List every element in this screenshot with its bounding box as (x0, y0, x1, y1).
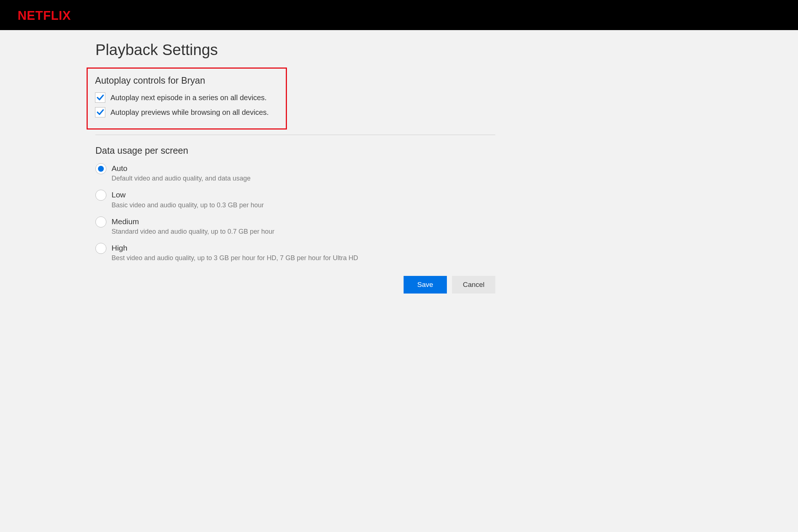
checkbox-label: Autoplay next episode in a series on all… (110, 94, 267, 102)
radio-text: Low Basic video and audio quality, up to… (112, 190, 264, 209)
checkbox-previews[interactable] (95, 107, 105, 117)
radio-description: Best video and audio quality, up to 3 GB… (112, 254, 358, 262)
radio-high[interactable] (95, 243, 106, 254)
section-divider (95, 135, 495, 135)
checkbox-next-episode[interactable] (95, 92, 105, 103)
data-usage-option-medium: Medium Standard video and audio quality,… (95, 216, 495, 236)
data-usage-option-low: Low Basic video and audio quality, up to… (95, 190, 495, 209)
autoplay-option-next-episode: Autoplay next episode in a series on all… (95, 92, 278, 103)
radio-low[interactable] (95, 190, 106, 201)
radio-description: Default video and audio quality, and dat… (112, 175, 251, 182)
radio-medium[interactable] (95, 216, 106, 227)
content-area: Playback Settings Autoplay controls for … (95, 30, 495, 294)
radio-text: Auto Default video and audio quality, an… (112, 163, 251, 182)
autoplay-option-previews: Autoplay previews while browsing on all … (95, 107, 278, 117)
cancel-button[interactable]: Cancel (452, 276, 495, 294)
radio-label: Low (112, 190, 264, 200)
autoplay-highlight-box: Autoplay controls for Bryan Autoplay nex… (87, 68, 287, 130)
save-button[interactable]: Save (404, 276, 447, 294)
radio-text: High Best video and audio quality, up to… (112, 243, 358, 262)
check-icon (96, 94, 104, 102)
radio-label: Medium (112, 216, 274, 226)
radio-description: Basic video and audio quality, up to 0.3… (112, 201, 264, 209)
autoplay-heading: Autoplay controls for Bryan (95, 75, 278, 86)
radio-text: Medium Standard video and audio quality,… (112, 216, 274, 236)
button-row: Save Cancel (95, 276, 495, 294)
data-usage-option-high: High Best video and audio quality, up to… (95, 243, 495, 262)
radio-auto[interactable] (95, 163, 106, 174)
header-bar: NETFLIX (0, 0, 798, 30)
data-usage-heading: Data usage per screen (95, 145, 495, 156)
page-title: Playback Settings (95, 41, 495, 59)
radio-label: High (112, 243, 358, 253)
radio-description: Standard video and audio quality, up to … (112, 228, 274, 236)
radio-label: Auto (112, 163, 251, 173)
checkbox-label: Autoplay previews while browsing on all … (110, 108, 269, 117)
netflix-logo[interactable]: NETFLIX (18, 8, 71, 23)
check-icon (96, 108, 104, 116)
data-usage-option-auto: Auto Default video and audio quality, an… (95, 163, 495, 182)
